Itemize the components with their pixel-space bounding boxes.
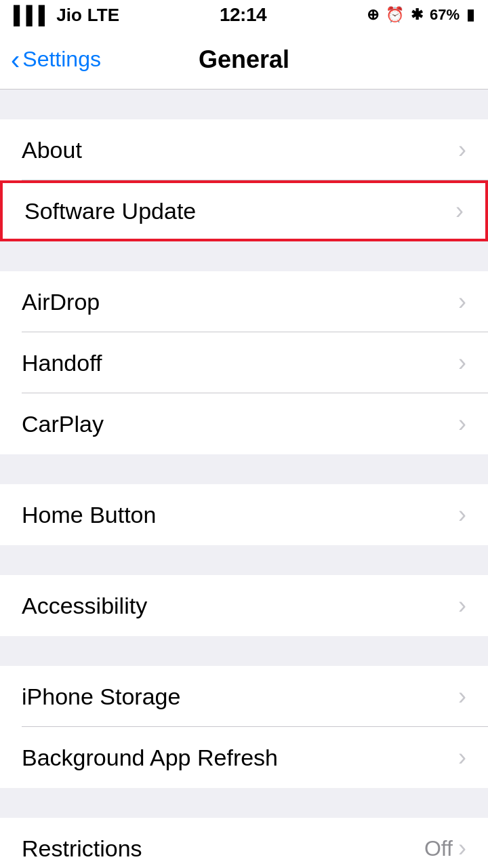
row-background-app-refresh[interactable]: Background App Refresh › (0, 727, 488, 788)
nav-bar: ‹ Settings General (0, 30, 488, 90)
back-button[interactable]: ‹ Settings (11, 46, 101, 73)
section-gap-5 (0, 636, 488, 666)
row-airdrop[interactable]: AirDrop › (0, 271, 488, 332)
handoff-label: Handoff (22, 350, 102, 376)
bluetooth-icon: ✱ (411, 6, 423, 24)
restrictions-label: Restrictions (22, 835, 142, 862)
section-gap-6 (0, 788, 488, 818)
handoff-row-right: › (458, 349, 466, 377)
row-home-button[interactable]: Home Button › (0, 484, 488, 545)
home-button-row-right: › (458, 500, 466, 529)
carrier-label: Jio (56, 5, 82, 26)
status-right: ⊕ ⏰ ✱ 67% ▮ (367, 6, 474, 24)
home-button-chevron-icon: › (458, 500, 466, 529)
row-restrictions[interactable]: Restrictions Off › (0, 818, 488, 868)
restrictions-value: Off (424, 836, 453, 861)
signal-bars: ▌▌▌ (14, 5, 51, 26)
location-icon: ⊕ (367, 6, 379, 24)
software-update-chevron-icon: › (455, 197, 464, 225)
network-type: LTE (87, 5, 119, 26)
carplay-chevron-icon: › (458, 410, 466, 438)
carplay-label: CarPlay (22, 411, 104, 437)
settings-group-5: iPhone Storage › Background App Refresh … (0, 666, 488, 788)
section-gap-4 (0, 545, 488, 575)
status-bar: ▌▌▌ Jio LTE 12:14 ⊕ ⏰ ✱ 67% ▮ (0, 0, 488, 30)
alarm-icon: ⏰ (386, 6, 404, 24)
accessibility-row-right: › (458, 591, 466, 620)
iphone-storage-row-right: › (458, 682, 466, 711)
back-chevron-icon: ‹ (11, 46, 20, 73)
iphone-storage-chevron-icon: › (458, 682, 466, 711)
settings-group-2: AirDrop › Handoff › CarPlay › (0, 271, 488, 454)
accessibility-label: Accessibility (22, 593, 147, 619)
accessibility-chevron-icon: › (458, 591, 466, 620)
carplay-row-right: › (458, 410, 466, 438)
handoff-chevron-icon: › (458, 349, 466, 377)
background-app-refresh-label: Background App Refresh (22, 745, 278, 771)
background-app-refresh-chevron-icon: › (458, 743, 466, 772)
settings-group-3: Home Button › (0, 484, 488, 545)
restrictions-row-right: Off › (424, 834, 466, 863)
home-button-label: Home Button (22, 502, 156, 528)
section-gap-1 (0, 90, 488, 119)
settings-group-6: Restrictions Off › (0, 818, 488, 868)
section-gap-3 (0, 454, 488, 484)
airdrop-row-right: › (458, 288, 466, 316)
back-label: Settings (22, 47, 101, 72)
row-software-update[interactable]: Software Update › (0, 180, 488, 241)
about-label: About (22, 137, 82, 163)
software-update-label: Software Update (24, 198, 196, 224)
battery-icon: ▮ (466, 6, 474, 24)
background-app-refresh-row-right: › (458, 743, 466, 772)
row-accessibility[interactable]: Accessibility › (0, 575, 488, 636)
page-title: General (199, 45, 289, 74)
section-gap-2 (0, 241, 488, 271)
row-iphone-storage[interactable]: iPhone Storage › (0, 666, 488, 727)
software-update-row-right: › (455, 197, 464, 225)
about-chevron-icon: › (458, 136, 466, 164)
battery-label: 67% (430, 6, 460, 24)
row-about[interactable]: About › (0, 119, 488, 180)
about-row-right: › (458, 136, 466, 164)
row-handoff[interactable]: Handoff › (0, 332, 488, 393)
airdrop-label: AirDrop (22, 289, 100, 315)
airdrop-chevron-icon: › (458, 288, 466, 316)
status-left: ▌▌▌ Jio LTE (14, 5, 119, 26)
iphone-storage-label: iPhone Storage (22, 684, 180, 710)
restrictions-chevron-icon: › (458, 834, 466, 863)
settings-group-1: About › Software Update › (0, 119, 488, 241)
status-time: 12:14 (220, 4, 266, 26)
row-carplay[interactable]: CarPlay › (0, 393, 488, 454)
settings-group-4: Accessibility › (0, 575, 488, 636)
